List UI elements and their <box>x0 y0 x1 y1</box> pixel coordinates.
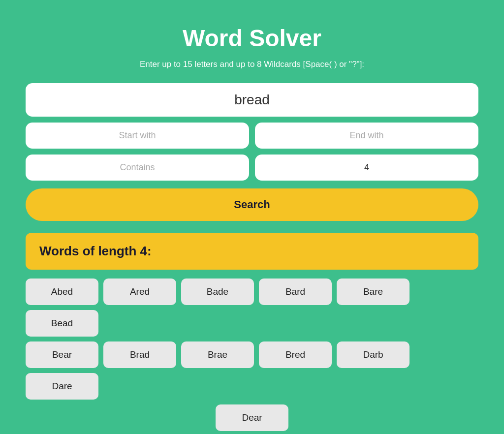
word-card[interactable]: Brad <box>103 341 176 368</box>
results-header: Words of length 4: <box>26 233 478 270</box>
word-card[interactable]: Bade <box>181 279 254 305</box>
filter-row-1 <box>26 123 478 149</box>
word-card[interactable]: Dear <box>216 404 288 431</box>
word-card[interactable]: Ared <box>103 279 176 305</box>
filter-row-2 <box>26 155 478 181</box>
search-section: Search <box>26 83 478 221</box>
word-card[interactable]: Bead <box>26 310 98 337</box>
subtitle-text: Enter up to 15 letters and up to 8 Wildc… <box>26 60 478 69</box>
word-card[interactable]: Bare <box>337 279 410 305</box>
results-section: Words of length 4: Abed Ared Bade Bard B… <box>26 233 478 431</box>
main-container: Word Solver Enter up to 15 letters and u… <box>16 10 488 434</box>
page-title: Word Solver <box>26 25 478 52</box>
words-grid-row2: Bear Brad Brae Bred Darb Dare <box>26 341 478 400</box>
main-input-wrap <box>26 83 478 117</box>
word-card[interactable]: Darb <box>337 341 410 368</box>
contains-input[interactable] <box>26 155 249 181</box>
word-card[interactable]: Abed <box>26 279 98 305</box>
end-with-input[interactable] <box>255 123 478 149</box>
word-card[interactable]: Dare <box>26 373 98 400</box>
word-card[interactable]: Bard <box>259 279 332 305</box>
word-card[interactable]: Brae <box>181 341 254 368</box>
main-letters-input[interactable] <box>26 83 478 117</box>
results-header-text: Words of length 4: <box>39 244 152 258</box>
word-card[interactable]: Bear <box>26 341 98 368</box>
length-input[interactable] <box>255 155 478 181</box>
search-button[interactable]: Search <box>26 188 478 221</box>
words-grid-row1: Abed Ared Bade Bard Bare Bead <box>26 279 478 337</box>
words-grid-row3: Dear <box>26 404 478 431</box>
start-with-input[interactable] <box>26 123 249 149</box>
word-card[interactable]: Bred <box>259 341 332 368</box>
